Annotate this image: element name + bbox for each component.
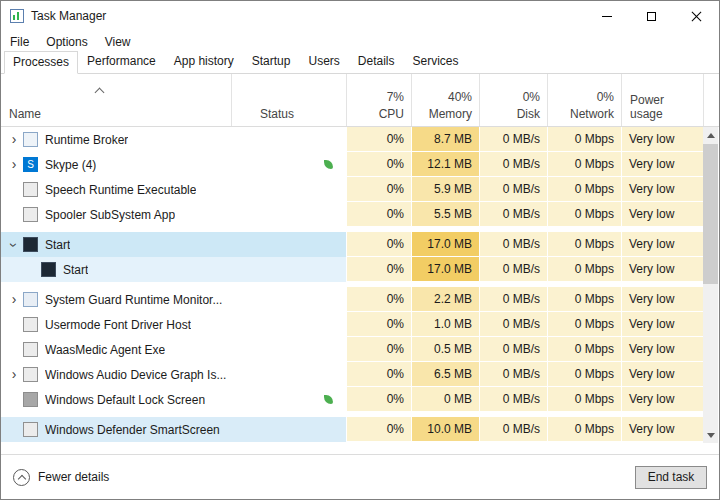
memory-cell: 17.0 MB — [411, 232, 479, 257]
expand-chevron-icon[interactable]: › — [5, 362, 23, 387]
end-task-button[interactable]: End task — [635, 466, 707, 489]
minimize-button[interactable] — [584, 1, 629, 31]
process-name-cell[interactable]: WaasMedic Agent Exe — [1, 337, 231, 362]
column-headers: Name Status 7% CPU 40% Memory 0% Disk 0%… — [1, 74, 719, 127]
column-header-power[interactable]: Power usage — [621, 74, 704, 126]
process-name-cell[interactable]: Speech Runtime Executable — [1, 177, 231, 202]
power-cell: Very low — [621, 312, 704, 337]
expand-chevron-icon[interactable]: › — [5, 287, 23, 312]
power-cell: Very low — [621, 202, 704, 227]
vertical-scrollbar[interactable] — [703, 127, 718, 443]
expand-chevron-icon[interactable]: › — [5, 152, 23, 177]
power-cell: Very low — [621, 152, 704, 177]
scrollbar-thumb[interactable] — [703, 144, 718, 284]
tab-users[interactable]: Users — [299, 50, 348, 73]
process-name-cell[interactable]: › Windows Audio Device Graph Is... — [1, 362, 231, 387]
disk-value: 0 MB/s — [503, 422, 547, 436]
process-name-cell[interactable]: › Runtime Broker — [1, 127, 231, 152]
skype-icon: S — [23, 157, 38, 172]
memory-cell: 10.0 MB — [411, 417, 479, 442]
network-cell: 0 Mbps — [547, 287, 621, 312]
process-row[interactable]: › Runtime Broker 0% 8.7 MB 0 MB/s 0 Mbps… — [1, 127, 704, 152]
expand-chevron-icon[interactable]: › — [5, 127, 23, 152]
column-label-name: Name — [9, 107, 41, 121]
cpu-cell: 0% — [346, 287, 411, 312]
tab-details[interactable]: Details — [349, 50, 404, 73]
smartscreen-icon — [23, 422, 38, 437]
power-cell: Very low — [621, 177, 704, 202]
power-cell: Very low — [621, 362, 704, 387]
process-row[interactable]: Windows Defender SmartScreen 0% 10.0 MB … — [1, 417, 704, 442]
cpu-value: 0% — [387, 422, 411, 436]
memory-value: 5.9 MB — [434, 182, 479, 196]
tab-app-history[interactable]: App history — [165, 50, 243, 73]
fewer-details-toggle[interactable]: Fewer details — [13, 469, 109, 486]
process-row[interactable]: Windows Default Lock Screen 0% 0 MB 0 MB… — [1, 387, 704, 412]
status-cell — [231, 312, 346, 337]
cpu-cell: 0% — [346, 257, 411, 282]
tab-services[interactable]: Services — [404, 50, 468, 73]
process-name: Windows Audio Device Graph Is... — [45, 368, 226, 382]
process-rows: › Runtime Broker 0% 8.7 MB 0 MB/s 0 Mbps… — [1, 127, 704, 442]
process-name-cell[interactable]: › Start — [1, 232, 231, 257]
power-value: Very low — [622, 342, 674, 356]
memory-value: 0.5 MB — [434, 342, 479, 356]
scroll-down-button[interactable] — [703, 427, 718, 443]
status-cell — [231, 257, 346, 282]
process-row[interactable]: › System Guard Runtime Monitor... 0% 2.2… — [1, 287, 704, 312]
network-cell: 0 Mbps — [547, 417, 621, 442]
system-guard-icon — [23, 292, 38, 307]
cpu-cell: 0% — [346, 177, 411, 202]
tab-processes[interactable]: Processes — [4, 51, 78, 74]
maximize-button[interactable] — [629, 1, 674, 31]
process-row[interactable]: › Start 0% 17.0 MB 0 MB/s 0 Mbps Very lo… — [1, 232, 704, 257]
network-cell: 0 Mbps — [547, 152, 621, 177]
column-header-name[interactable]: Name — [1, 74, 231, 126]
process-name-cell[interactable]: Windows Default Lock Screen — [1, 387, 231, 412]
process-name-cell[interactable]: Windows Defender SmartScreen — [1, 417, 231, 442]
process-name: Speech Runtime Executable — [45, 183, 196, 197]
cpu-value: 0% — [387, 157, 411, 171]
memory-cell: 12.1 MB — [411, 152, 479, 177]
menu-bar: File Options View — [1, 31, 719, 52]
process-row[interactable]: › Windows Audio Device Graph Is... 0% 6.… — [1, 362, 704, 387]
network-value: 0 Mbps — [575, 237, 621, 251]
column-label-disk: Disk — [517, 107, 540, 121]
tab-startup[interactable]: Startup — [243, 50, 300, 73]
process-row[interactable]: Spooler SubSystem App 0% 5.5 MB 0 MB/s 0… — [1, 202, 704, 227]
process-name-cell[interactable]: Usermode Font Driver Host — [1, 312, 231, 337]
process-name: Usermode Font Driver Host — [45, 318, 191, 332]
expand-chevron-icon[interactable]: › — [5, 236, 23, 254]
network-value: 0 Mbps — [575, 422, 621, 436]
cpu-cell: 0% — [346, 312, 411, 337]
process-name: WaasMedic Agent Exe — [45, 343, 165, 357]
scroll-up-icon — [707, 133, 715, 138]
close-button[interactable] — [674, 1, 719, 31]
network-value: 0 Mbps — [575, 342, 621, 356]
process-name-cell[interactable]: Spooler SubSystem App — [1, 202, 231, 227]
menu-options[interactable]: Options — [46, 35, 87, 49]
column-header-network[interactable]: 0% Network — [547, 74, 621, 126]
process-name-cell[interactable]: › System Guard Runtime Monitor... — [1, 287, 231, 312]
process-name-cell[interactable]: Start — [1, 257, 231, 282]
column-header-cpu[interactable]: 7% CPU — [346, 74, 411, 126]
menu-view[interactable]: View — [105, 35, 131, 49]
process-row[interactable]: Start 0% 17.0 MB 0 MB/s 0 Mbps Very low — [1, 257, 704, 282]
cpu-value: 0% — [387, 207, 411, 221]
menu-file[interactable]: File — [10, 35, 29, 49]
status-cell — [231, 337, 346, 362]
cpu-value: 0% — [387, 182, 411, 196]
column-header-status[interactable]: Status — [231, 74, 346, 126]
process-row[interactable]: Usermode Font Driver Host 0% 1.0 MB 0 MB… — [1, 312, 704, 337]
status-cell — [231, 152, 346, 177]
tab-performance[interactable]: Performance — [78, 50, 165, 73]
process-row[interactable]: Speech Runtime Executable 0% 5.9 MB 0 MB… — [1, 177, 704, 202]
process-row[interactable]: WaasMedic Agent Exe 0% 0.5 MB 0 MB/s 0 M… — [1, 337, 704, 362]
cpu-value: 0% — [387, 292, 411, 306]
process-row[interactable]: › S Skype (4) 0% 12.1 MB 0 MB/s 0 Mbps V… — [1, 152, 704, 177]
process-name-cell[interactable]: › S Skype (4) — [1, 152, 231, 177]
column-header-disk[interactable]: 0% Disk — [479, 74, 547, 126]
scroll-up-button[interactable] — [703, 127, 718, 143]
cpu-cell: 0% — [346, 362, 411, 387]
column-header-memory[interactable]: 40% Memory — [411, 74, 479, 126]
